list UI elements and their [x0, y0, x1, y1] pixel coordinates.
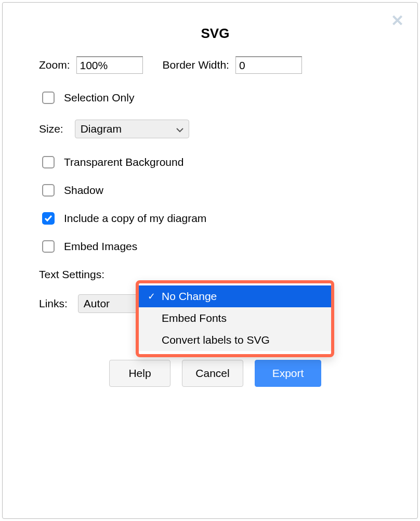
close-icon[interactable]: ✕ — [391, 13, 404, 29]
selection-only-label: Selection Only — [64, 92, 134, 104]
links-label: Links: — [39, 297, 68, 310]
dropdown-option-label: Convert labels to SVG — [162, 334, 270, 346]
zoom-border-row: Zoom: Border Width: — [39, 56, 391, 74]
zoom-label: Zoom: — [39, 59, 70, 71]
text-settings-dropdown[interactable]: ✓ No Change Embed Fonts Convert labels t… — [139, 285, 331, 351]
text-settings-row: Text Settings: — [39, 268, 391, 281]
border-width-input[interactable] — [235, 56, 302, 74]
include-copy-row: Include a copy of my diagram — [42, 212, 391, 225]
shadow-label: Shadow — [64, 184, 103, 197]
text-settings-dropdown-highlight: ✓ No Change Embed Fonts Convert labels t… — [136, 280, 334, 357]
help-button[interactable]: Help — [109, 360, 170, 387]
check-icon: ✓ — [146, 291, 156, 302]
size-row: Size: Diagram — [39, 120, 391, 138]
transparent-bg-row: Transparent Background — [42, 156, 391, 168]
dialog-button-row: Help Cancel Export — [39, 360, 391, 387]
zoom-input[interactable] — [76, 56, 143, 74]
shadow-row: Shadow — [42, 184, 391, 197]
embed-images-checkbox[interactable] — [42, 240, 55, 253]
transparent-bg-label: Transparent Background — [64, 156, 183, 168]
selection-only-row: Selection Only — [42, 92, 391, 104]
transparent-bg-checkbox[interactable] — [42, 156, 55, 168]
dropdown-option-embed-fonts[interactable]: Embed Fonts — [139, 307, 331, 329]
include-copy-checkbox[interactable] — [42, 212, 55, 225]
dropdown-option-label: No Change — [162, 290, 217, 303]
shadow-checkbox[interactable] — [42, 184, 55, 197]
export-svg-dialog: ✕ SVG Zoom: Border Width: Selection Only… — [2, 2, 418, 519]
dropdown-option-label: Embed Fonts — [162, 312, 227, 324]
size-select-value: Diagram — [81, 123, 122, 135]
selection-only-checkbox[interactable] — [42, 92, 55, 104]
dialog-title: SVG — [39, 25, 391, 42]
text-settings-label: Text Settings: — [39, 268, 104, 281]
border-width-label: Border Width: — [163, 59, 229, 71]
links-select-value: Autor — [84, 297, 110, 310]
cancel-button[interactable]: Cancel — [182, 360, 243, 387]
export-button[interactable]: Export — [255, 360, 321, 387]
embed-images-label: Embed Images — [64, 240, 137, 253]
embed-images-row: Embed Images — [42, 240, 391, 253]
size-label: Size: — [39, 123, 63, 135]
chevron-down-icon — [176, 123, 183, 135]
size-select[interactable]: Diagram — [75, 120, 189, 138]
include-copy-label: Include a copy of my diagram — [64, 212, 206, 225]
dropdown-option-convert-labels[interactable]: Convert labels to SVG — [139, 329, 331, 351]
dropdown-option-no-change[interactable]: ✓ No Change — [139, 285, 331, 307]
